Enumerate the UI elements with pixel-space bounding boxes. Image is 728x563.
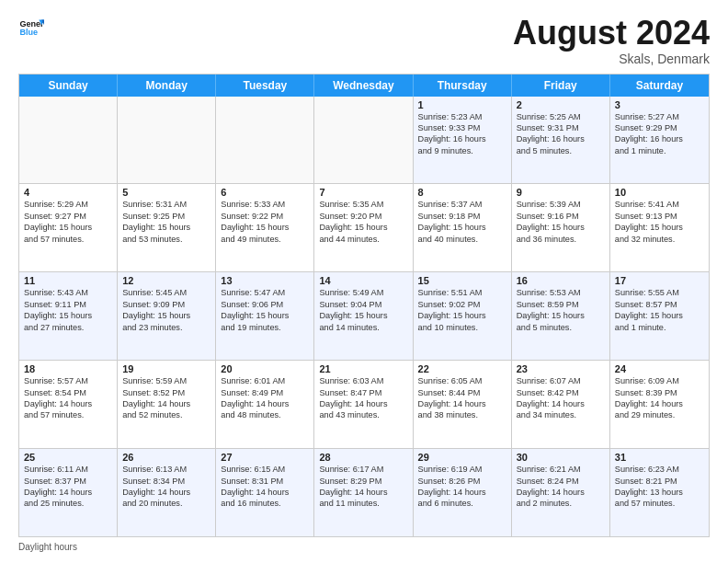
- day-info: Sunrise: 5:45 AM Sunset: 9:09 PM Dayligh…: [122, 287, 210, 333]
- calendar-cell: 20Sunrise: 6:01 AM Sunset: 8:49 PM Dayli…: [216, 361, 314, 448]
- calendar-row: 1Sunrise: 5:23 AM Sunset: 9:33 PM Daylig…: [19, 97, 709, 185]
- weekday-header: Monday: [118, 75, 216, 97]
- day-number: 25: [24, 452, 112, 463]
- weekday-header: Friday: [512, 75, 610, 97]
- calendar-cell: 10Sunrise: 5:41 AM Sunset: 9:13 PM Dayli…: [610, 184, 709, 271]
- day-info: Sunrise: 6:07 AM Sunset: 8:42 PM Dayligh…: [517, 375, 605, 421]
- calendar-body: 1Sunrise: 5:23 AM Sunset: 9:33 PM Daylig…: [19, 97, 709, 536]
- day-info: Sunrise: 5:35 AM Sunset: 9:20 PM Dayligh…: [319, 199, 407, 245]
- weekday-header: Tuesday: [216, 75, 314, 97]
- day-number: 15: [418, 275, 506, 286]
- day-number: 11: [24, 275, 112, 286]
- calendar-cell: 3Sunrise: 5:27 AM Sunset: 9:29 PM Daylig…: [610, 97, 709, 184]
- day-info: Sunrise: 5:29 AM Sunset: 9:27 PM Dayligh…: [24, 199, 112, 245]
- logo: General Blue: [18, 15, 44, 40]
- calendar-cell: 27Sunrise: 6:15 AM Sunset: 8:31 PM Dayli…: [216, 449, 314, 536]
- weekday-header: Sunday: [19, 75, 118, 97]
- day-info: Sunrise: 6:09 AM Sunset: 8:39 PM Dayligh…: [615, 375, 704, 421]
- title-block: August 2024 Skals, Denmark: [513, 15, 710, 66]
- day-info: Sunrise: 5:51 AM Sunset: 9:02 PM Dayligh…: [418, 287, 506, 333]
- calendar-cell: 25Sunrise: 6:11 AM Sunset: 8:37 PM Dayli…: [19, 449, 118, 536]
- calendar-cell: 24Sunrise: 6:09 AM Sunset: 8:39 PM Dayli…: [610, 361, 709, 448]
- day-number: 28: [319, 452, 407, 463]
- day-info: Sunrise: 5:33 AM Sunset: 9:22 PM Dayligh…: [221, 199, 309, 245]
- day-info: Sunrise: 5:25 AM Sunset: 9:31 PM Dayligh…: [517, 111, 605, 157]
- calendar-cell: 6Sunrise: 5:33 AM Sunset: 9:22 PM Daylig…: [216, 184, 314, 271]
- day-info: Sunrise: 6:13 AM Sunset: 8:34 PM Dayligh…: [122, 464, 210, 510]
- day-number: 22: [418, 363, 506, 374]
- calendar-cell: 5Sunrise: 5:31 AM Sunset: 9:25 PM Daylig…: [118, 184, 216, 271]
- day-info: Sunrise: 6:01 AM Sunset: 8:49 PM Dayligh…: [221, 375, 309, 421]
- day-info: Sunrise: 5:49 AM Sunset: 9:04 PM Dayligh…: [319, 287, 407, 333]
- calendar-cell: 13Sunrise: 5:47 AM Sunset: 9:06 PM Dayli…: [216, 272, 314, 360]
- calendar-cell: 2Sunrise: 5:25 AM Sunset: 9:31 PM Daylig…: [512, 97, 610, 184]
- calendar-cell: 22Sunrise: 6:05 AM Sunset: 8:44 PM Dayli…: [414, 361, 512, 448]
- day-info: Sunrise: 6:17 AM Sunset: 8:29 PM Dayligh…: [319, 464, 407, 510]
- calendar-cell: 31Sunrise: 6:23 AM Sunset: 8:21 PM Dayli…: [610, 449, 709, 536]
- day-number: 24: [615, 363, 704, 374]
- subtitle: Skals, Denmark: [513, 52, 710, 66]
- day-number: 14: [319, 275, 407, 286]
- logo-icon: General Blue: [18, 15, 44, 40]
- calendar-cell: 28Sunrise: 6:17 AM Sunset: 8:29 PM Dayli…: [314, 449, 413, 536]
- day-info: Sunrise: 6:05 AM Sunset: 8:44 PM Dayligh…: [418, 375, 506, 421]
- day-info: Sunrise: 5:43 AM Sunset: 9:11 PM Dayligh…: [24, 287, 112, 333]
- day-number: 21: [319, 363, 407, 374]
- day-info: Sunrise: 5:57 AM Sunset: 8:54 PM Dayligh…: [24, 375, 112, 421]
- day-info: Sunrise: 5:39 AM Sunset: 9:16 PM Dayligh…: [517, 199, 605, 245]
- calendar-cell: [314, 97, 413, 184]
- day-number: 30: [517, 452, 605, 463]
- day-info: Sunrise: 5:47 AM Sunset: 9:06 PM Dayligh…: [221, 287, 309, 333]
- day-number: 31: [615, 452, 704, 463]
- day-number: 26: [122, 452, 210, 463]
- day-info: Sunrise: 6:19 AM Sunset: 8:26 PM Dayligh…: [418, 464, 506, 510]
- footer: Daylight hours: [18, 542, 710, 552]
- calendar-cell: 26Sunrise: 6:13 AM Sunset: 8:34 PM Dayli…: [118, 449, 216, 536]
- calendar-cell: 4Sunrise: 5:29 AM Sunset: 9:27 PM Daylig…: [19, 184, 118, 271]
- day-number: 10: [615, 187, 704, 198]
- day-info: Sunrise: 5:53 AM Sunset: 8:59 PM Dayligh…: [517, 287, 605, 333]
- calendar-cell: 16Sunrise: 5:53 AM Sunset: 8:59 PM Dayli…: [512, 272, 610, 360]
- day-info: Sunrise: 5:41 AM Sunset: 9:13 PM Dayligh…: [615, 199, 704, 245]
- calendar-header: SundayMondayTuesdayWednesdayThursdayFrid…: [19, 75, 709, 97]
- day-info: Sunrise: 5:37 AM Sunset: 9:18 PM Dayligh…: [418, 199, 506, 245]
- calendar-cell: 7Sunrise: 5:35 AM Sunset: 9:20 PM Daylig…: [314, 184, 413, 271]
- day-info: Sunrise: 5:59 AM Sunset: 8:52 PM Dayligh…: [122, 375, 210, 421]
- calendar-cell: 23Sunrise: 6:07 AM Sunset: 8:42 PM Dayli…: [512, 361, 610, 448]
- day-number: 2: [517, 99, 605, 110]
- calendar-cell: 15Sunrise: 5:51 AM Sunset: 9:02 PM Dayli…: [414, 272, 512, 360]
- calendar-row: 11Sunrise: 5:43 AM Sunset: 9:11 PM Dayli…: [19, 272, 709, 361]
- day-number: 8: [418, 187, 506, 198]
- day-number: 13: [221, 275, 309, 286]
- day-info: Sunrise: 6:21 AM Sunset: 8:24 PM Dayligh…: [517, 464, 605, 510]
- day-number: 12: [122, 275, 210, 286]
- calendar-cell: 17Sunrise: 5:55 AM Sunset: 8:57 PM Dayli…: [610, 272, 709, 360]
- day-info: Sunrise: 5:31 AM Sunset: 9:25 PM Dayligh…: [122, 199, 210, 245]
- calendar: SundayMondayTuesdayWednesdayThursdayFrid…: [18, 74, 710, 537]
- calendar-cell: 8Sunrise: 5:37 AM Sunset: 9:18 PM Daylig…: [414, 184, 512, 271]
- header: General Blue August 2024 Skals, Denmark: [18, 15, 710, 66]
- day-number: 19: [122, 363, 210, 374]
- day-number: 6: [221, 187, 309, 198]
- day-info: Sunrise: 6:15 AM Sunset: 8:31 PM Dayligh…: [221, 464, 309, 510]
- calendar-cell: 18Sunrise: 5:57 AM Sunset: 8:54 PM Dayli…: [19, 361, 118, 448]
- day-number: 17: [615, 275, 704, 286]
- day-number: 7: [319, 187, 407, 198]
- calendar-cell: 30Sunrise: 6:21 AM Sunset: 8:24 PM Dayli…: [512, 449, 610, 536]
- calendar-row: 25Sunrise: 6:11 AM Sunset: 8:37 PM Dayli…: [19, 449, 709, 536]
- weekday-header: Saturday: [610, 75, 709, 97]
- day-info: Sunrise: 5:55 AM Sunset: 8:57 PM Dayligh…: [615, 287, 704, 333]
- day-info: Sunrise: 6:23 AM Sunset: 8:21 PM Dayligh…: [615, 464, 704, 510]
- calendar-cell: 21Sunrise: 6:03 AM Sunset: 8:47 PM Dayli…: [314, 361, 413, 448]
- calendar-cell: [216, 97, 314, 184]
- weekday-header: Wednesday: [314, 75, 413, 97]
- calendar-cell: 11Sunrise: 5:43 AM Sunset: 9:11 PM Dayli…: [19, 272, 118, 360]
- calendar-row: 18Sunrise: 5:57 AM Sunset: 8:54 PM Dayli…: [19, 361, 709, 449]
- weekday-header: Thursday: [414, 75, 512, 97]
- day-number: 4: [24, 187, 112, 198]
- calendar-cell: [118, 97, 216, 184]
- calendar-cell: 29Sunrise: 6:19 AM Sunset: 8:26 PM Dayli…: [414, 449, 512, 536]
- day-info: Sunrise: 6:03 AM Sunset: 8:47 PM Dayligh…: [319, 375, 407, 421]
- day-number: 18: [24, 363, 112, 374]
- calendar-cell: 1Sunrise: 5:23 AM Sunset: 9:33 PM Daylig…: [414, 97, 512, 184]
